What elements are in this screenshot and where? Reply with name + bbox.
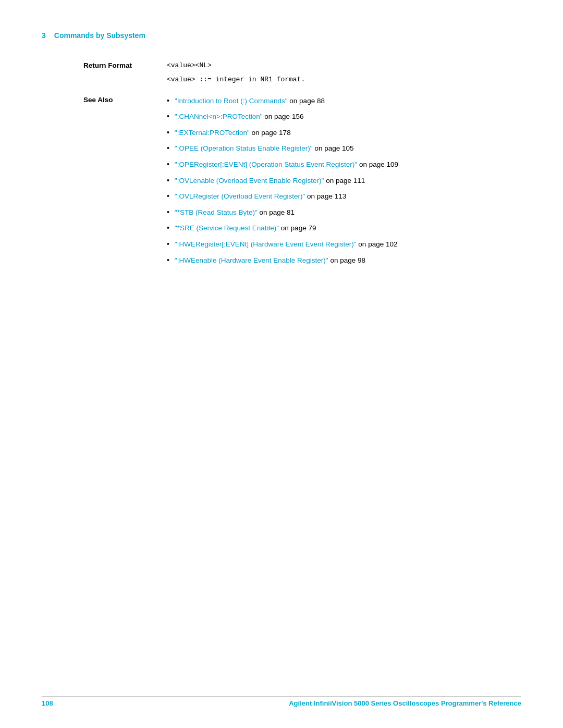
see-also-item-text: ":OPERegister[:EVENt] (Operation Status …: [175, 159, 398, 170]
page-container: 3 Commands by Subsystem Return Format <v…: [0, 0, 563, 728]
list-item: •":CHANnel<n>:PROTection" on page 156: [167, 110, 521, 122]
see-also-item-text: ":HWERegister[:EVENt] (Hardware Event Ev…: [175, 239, 398, 250]
see-also-link[interactable]: ":EXTernal:PROTection": [175, 129, 250, 137]
see-also-link[interactable]: ":OPEE (Operation Status Enable Register…: [175, 144, 313, 152]
list-item: •"Introduction to Root (:) Commands" on …: [167, 95, 521, 107]
list-item: •"*SRE (Service Request Enable)" on page…: [167, 222, 521, 234]
see-also-item-text: "*STB (Read Status Byte)" on page 81: [175, 207, 295, 218]
see-also-list: •"Introduction to Root (:) Commands" on …: [167, 95, 521, 270]
list-item: •"*STB (Read Status Byte)" on page 81: [167, 206, 521, 218]
see-also-link[interactable]: "*STB (Read Status Byte)": [175, 208, 258, 216]
see-also-link[interactable]: ":OVLenable (Overload Event Enable Regis…: [175, 177, 324, 184]
bullet-icon: •: [167, 142, 169, 154]
chapter-title: Commands by Subsystem: [54, 31, 145, 40]
footer: 108 Agilent InfiniiVision 5000 Series Os…: [0, 699, 563, 707]
see-also-link[interactable]: "Introduction to Root (:) Commands": [175, 97, 288, 105]
bullet-icon: •: [167, 110, 169, 122]
bullet-icon: •: [167, 254, 169, 266]
see-also-row: See Also •"Introduction to Root (:) Comm…: [83, 95, 521, 270]
list-item: •":EXTernal:PROTection" on page 178: [167, 127, 521, 139]
return-format-value2: <value> ::= integer in NR1 format.: [167, 75, 521, 85]
see-also-link[interactable]: ":OVLRegister (Overload Event Register)": [175, 192, 305, 200]
list-item: •":OPERegister[:EVENt] (Operation Status…: [167, 158, 521, 170]
bullet-icon: •: [167, 222, 169, 233]
return-format-value1: <value><NL>: [167, 60, 521, 71]
see-also-item-text: ":HWEenable (Hardware Event Enable Regis…: [175, 255, 365, 266]
chapter-number: 3: [42, 31, 46, 40]
see-also-item-text: ":OVLRegister (Overload Event Register)"…: [175, 191, 346, 202]
page-number: 108: [42, 699, 53, 707]
list-item: •":OVLenable (Overload Event Enable Regi…: [167, 175, 521, 187]
list-item: •":OPEE (Operation Status Enable Registe…: [167, 142, 521, 154]
bullet-icon: •: [167, 95, 169, 106]
bullet-icon: •: [167, 127, 169, 138]
see-also-link[interactable]: ":CHANnel<n>:PROTection": [175, 113, 263, 120]
see-also-item-text: "*SRE (Service Request Enable)" on page …: [175, 223, 316, 234]
list-item: •":HWEenable (Hardware Event Enable Regi…: [167, 254, 521, 266]
footer-title: Agilent InfiniiVision 5000 Series Oscill…: [289, 699, 521, 707]
return-format-label: Return Format: [83, 60, 167, 69]
list-item: •":HWERegister[:EVENt] (Hardware Event E…: [167, 238, 521, 250]
bullet-icon: •: [167, 238, 169, 250]
return-format-row: Return Format <value><NL> <value> ::= in…: [83, 60, 521, 85]
see-also-label: See Also: [83, 95, 167, 104]
see-also-link[interactable]: ":HWERegister[:EVENt] (Hardware Event Ev…: [175, 240, 357, 248]
bullet-icon: •: [167, 206, 169, 218]
see-also-item-text: ":EXTernal:PROTection" on page 178: [175, 127, 291, 139]
list-item: •":OVLRegister (Overload Event Register)…: [167, 190, 521, 202]
see-also-item-text: ":OVLenable (Overload Event Enable Regis…: [175, 175, 365, 187]
see-also-item-text: ":CHANnel<n>:PROTection" on page 156: [175, 111, 304, 122]
see-also-item-text: ":OPEE (Operation Status Enable Register…: [175, 143, 354, 154]
bullet-icon: •: [167, 158, 169, 170]
bullet-icon: •: [167, 190, 169, 202]
content-section: Return Format <value><NL> <value> ::= in…: [83, 60, 521, 270]
return-format-content: <value><NL> <value> ::= integer in NR1 f…: [167, 60, 521, 85]
chapter-header: 3 Commands by Subsystem: [42, 31, 521, 40]
see-also-link[interactable]: "*SRE (Service Request Enable)": [175, 224, 279, 232]
see-also-link[interactable]: ":OPERegister[:EVENt] (Operation Status …: [175, 161, 357, 168]
footer-divider: [42, 696, 521, 697]
see-also-item-text: "Introduction to Root (:) Commands" on p…: [175, 95, 325, 107]
see-also-link[interactable]: ":HWEenable (Hardware Event Enable Regis…: [175, 256, 328, 264]
bullet-icon: •: [167, 175, 169, 186]
